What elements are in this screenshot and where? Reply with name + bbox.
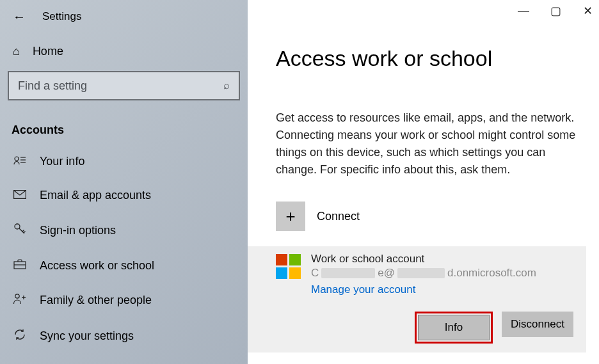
sidebar-header: ← Settings [0, 6, 248, 35]
sidebar-item-signin[interactable]: Sign-in options [0, 212, 248, 249]
window-controls: — ▢ ✕ [517, 4, 599, 18]
sidebar-item-work-school[interactable]: Access work or school [0, 249, 248, 283]
sidebar: ← Settings ⌂ Home Find a setting ⌕ Accou… [0, 0, 248, 364]
sidebar-item-label: Family & other people [40, 294, 152, 307]
page-description: Get access to resources like email, apps… [276, 109, 586, 178]
info-button[interactable]: Info [418, 315, 490, 340]
search-placeholder: Find a setting [18, 79, 223, 93]
disconnect-button[interactable]: Disconnect [502, 312, 573, 337]
sidebar-item-label: Sign-in options [40, 224, 116, 237]
home-label: Home [33, 45, 63, 58]
manage-account-link[interactable]: Manage your account [311, 283, 536, 296]
back-icon[interactable]: ← [13, 10, 26, 23]
microsoft-logo-icon [276, 254, 301, 296]
redacted-segment [321, 268, 375, 278]
svg-line-7 [22, 230, 24, 232]
connect-label: Connect [317, 210, 360, 223]
close-button[interactable]: ✕ [581, 4, 594, 18]
svg-line-8 [24, 232, 26, 233]
sidebar-item-your-info[interactable]: Your info [0, 145, 248, 178]
home-nav-item[interactable]: ⌂ Home [0, 35, 248, 71]
account-card[interactable]: Work or school account Ce@d.onmicrosoft.… [248, 246, 586, 352]
home-icon: ⌂ [13, 45, 20, 58]
account-email: Ce@d.onmicrosoft.com [311, 267, 536, 280]
info-button-highlight: Info [415, 312, 493, 344]
sidebar-item-label: Your info [40, 155, 84, 168]
page-title: Access work or school [276, 46, 586, 71]
sidebar-nav: Your info Email & app accounts Sign-in o… [0, 145, 248, 354]
sync-icon [13, 328, 27, 344]
mail-icon [13, 189, 27, 202]
redacted-segment [397, 268, 445, 278]
sidebar-item-email[interactable]: Email & app accounts [0, 178, 248, 212]
connect-button[interactable]: + Connect [276, 202, 586, 231]
search-input[interactable]: Find a setting ⌕ [8, 71, 240, 100]
sidebar-item-sync[interactable]: Sync your settings [0, 318, 248, 354]
sidebar-section-label: Accounts [0, 106, 248, 145]
briefcase-icon [13, 259, 27, 273]
sidebar-item-label: Access work or school [40, 259, 154, 273]
account-type-label: Work or school account [311, 253, 536, 265]
key-icon [13, 223, 27, 239]
svg-point-0 [15, 157, 19, 161]
plus-icon: + [276, 202, 305, 231]
maximize-button[interactable]: ▢ [549, 4, 562, 18]
sidebar-item-label: Sync your settings [40, 329, 134, 343]
people-icon [13, 293, 27, 308]
content-pane: — ▢ ✕ Access work or school Get access t… [248, 0, 599, 364]
svg-point-5 [15, 224, 20, 229]
person-card-icon [13, 155, 27, 168]
sidebar-item-label: Email & app accounts [40, 189, 151, 202]
search-icon: ⌕ [223, 79, 230, 92]
sidebar-item-family[interactable]: Family & other people [0, 283, 248, 318]
svg-point-11 [15, 294, 19, 298]
window-title: Settings [42, 10, 81, 23]
minimize-button[interactable]: — [517, 4, 530, 18]
